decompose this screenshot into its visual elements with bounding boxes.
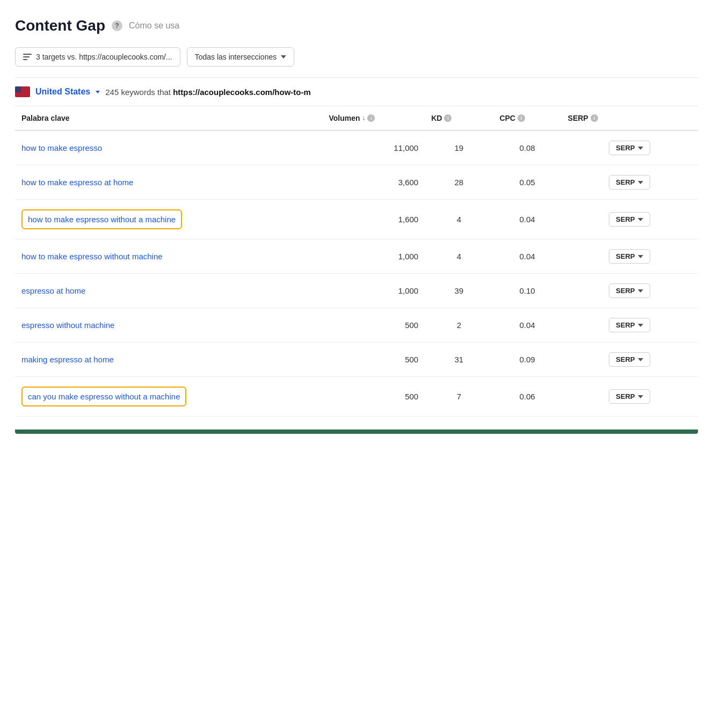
table-row: how to make espresso at home3,600280.05S… (15, 165, 698, 200)
cell-volume: 500 (322, 308, 425, 343)
keyword-link[interactable]: espresso without machine (21, 321, 114, 330)
cell-serp: SERP (562, 377, 698, 417)
table-row: making espresso at home500310.09SERP (15, 343, 698, 377)
cell-keyword: espresso at home (15, 274, 322, 308)
sort-icon: ↓ (362, 114, 365, 122)
cell-serp: SERP (562, 165, 698, 200)
serp-button[interactable]: SERP (609, 283, 650, 298)
bottom-bar (15, 429, 698, 434)
cell-keyword: can you make espresso without a machine (15, 377, 322, 417)
serp-button[interactable]: SERP (609, 352, 650, 367)
kd-info-icon[interactable]: i (444, 114, 452, 122)
cell-keyword: making espresso at home (15, 343, 322, 377)
cell-keyword: how to make espresso without a machine (15, 200, 322, 239)
cell-keyword: how to make espresso at home (15, 165, 322, 200)
how-to-link[interactable]: Cómo se usa (129, 21, 179, 31)
cell-kd: 4 (425, 200, 493, 239)
cell-keyword: how to make espresso (15, 130, 322, 165)
table-row: espresso at home1,000390.10SERP (15, 274, 698, 308)
cell-kd: 4 (425, 239, 493, 274)
serp-button[interactable]: SERP (609, 175, 650, 190)
keyword-highlighted-link[interactable]: can you make espresso without a machine (21, 387, 186, 406)
cell-kd: 28 (425, 165, 493, 200)
serp-button[interactable]: SERP (609, 212, 650, 227)
table-row: how to make espresso11,000190.08SERP (15, 130, 698, 165)
col-header-volume: Volumen ↓ i (322, 106, 425, 130)
serp-info-icon[interactable]: i (591, 114, 598, 122)
intersect-button[interactable]: Todas las intersecciones (187, 47, 295, 67)
col-header-kd: KD i (425, 106, 493, 130)
table-row: how to make espresso without a machine1,… (15, 200, 698, 239)
cell-kd: 2 (425, 308, 493, 343)
serp-chevron-icon (638, 358, 643, 361)
cell-serp: SERP (562, 130, 698, 165)
cell-cpc: 0.04 (493, 239, 561, 274)
serp-chevron-icon (638, 218, 643, 221)
serp-button[interactable]: SERP (609, 318, 650, 332)
country-name[interactable]: United States (35, 87, 90, 97)
targets-label: 3 targets vs. https://acouplecooks.com/.… (36, 53, 172, 61)
keywords-table: Palabra clave Volumen ↓ i KD i (15, 106, 698, 417)
cell-volume: 500 (322, 343, 425, 377)
page-title: Content Gap (15, 17, 105, 34)
cell-serp: SERP (562, 200, 698, 239)
keywords-url: https://acouplecooks.com/how-to-m (173, 88, 311, 97)
cell-cpc: 0.10 (493, 274, 561, 308)
table-header-row: Palabra clave Volumen ↓ i KD i (15, 106, 698, 130)
us-flag-icon (15, 86, 30, 97)
cell-cpc: 0.04 (493, 200, 561, 239)
serp-chevron-icon (638, 289, 643, 293)
table-row: espresso without machine50020.04SERP (15, 308, 698, 343)
page-header: Content Gap ? Cómo se usa (15, 17, 698, 34)
cell-cpc: 0.06 (493, 377, 561, 417)
table-row: can you make espresso without a machine5… (15, 377, 698, 417)
country-row: United States 245 keywords that https://… (15, 77, 698, 106)
cell-volume: 500 (322, 377, 425, 417)
cell-serp: SERP (562, 343, 698, 377)
cell-serp: SERP (562, 239, 698, 274)
serp-button[interactable]: SERP (609, 249, 650, 264)
cell-keyword: how to make espresso without machine (15, 239, 322, 274)
cell-volume: 1,600 (322, 200, 425, 239)
country-chevron-icon (96, 91, 100, 93)
col-header-serp: SERP i (562, 106, 698, 130)
keywords-count: 245 (105, 88, 119, 97)
cell-cpc: 0.05 (493, 165, 561, 200)
keyword-link[interactable]: how to make espresso (21, 143, 102, 152)
keyword-highlighted-link[interactable]: how to make espresso without a machine (21, 209, 182, 229)
cpc-info-icon[interactable]: i (518, 114, 525, 122)
keyword-link[interactable]: espresso at home (21, 286, 85, 295)
cell-cpc: 0.09 (493, 343, 561, 377)
col-header-keyword: Palabra clave (15, 106, 322, 130)
cell-kd: 31 (425, 343, 493, 377)
cell-serp: SERP (562, 308, 698, 343)
toolbar: 3 targets vs. https://acouplecooks.com/.… (15, 47, 698, 67)
cell-volume: 1,000 (322, 274, 425, 308)
col-header-cpc: CPC i (493, 106, 561, 130)
table-body: how to make espresso11,000190.08SERP how… (15, 130, 698, 417)
serp-chevron-icon (638, 395, 643, 398)
cell-serp: SERP (562, 274, 698, 308)
keyword-link[interactable]: how to make espresso without machine (21, 252, 163, 261)
cell-kd: 39 (425, 274, 493, 308)
keyword-link[interactable]: how to make espresso at home (21, 178, 133, 187)
filter-icon (23, 54, 32, 60)
chevron-down-icon (281, 55, 286, 59)
cell-cpc: 0.08 (493, 130, 561, 165)
serp-chevron-icon (638, 324, 643, 327)
serp-button[interactable]: SERP (609, 141, 650, 155)
cell-keyword: espresso without machine (15, 308, 322, 343)
volume-info-icon[interactable]: i (367, 114, 375, 122)
keyword-link[interactable]: making espresso at home (21, 355, 114, 364)
serp-button[interactable]: SERP (609, 389, 650, 404)
help-icon[interactable]: ? (112, 20, 122, 31)
cell-kd: 19 (425, 130, 493, 165)
keywords-summary: 245 keywords that https://acouplecooks.c… (105, 88, 311, 97)
serp-chevron-icon (638, 181, 643, 184)
cell-volume: 11,000 (322, 130, 425, 165)
serp-chevron-icon (638, 255, 643, 258)
cell-cpc: 0.04 (493, 308, 561, 343)
cell-volume: 3,600 (322, 165, 425, 200)
page-container: Content Gap ? Cómo se usa 3 targets vs. … (0, 0, 713, 434)
targets-button[interactable]: 3 targets vs. https://acouplecooks.com/.… (15, 47, 180, 67)
